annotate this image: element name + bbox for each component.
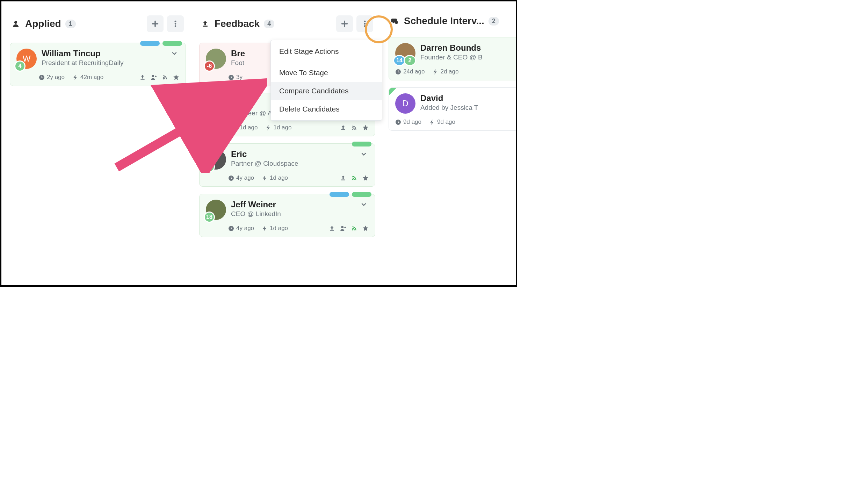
chevron-down-icon[interactable] xyxy=(171,49,179,57)
bolt-icon xyxy=(429,119,435,125)
chevron-down-icon[interactable] xyxy=(360,200,369,208)
score-badge: -6 xyxy=(204,60,215,72)
column-body: 142Darren BoundsFounder & CEO @ B24d ago… xyxy=(387,37,517,131)
activity-ago: 42m ago xyxy=(72,74,103,81)
avatar: 142 xyxy=(395,43,415,63)
stage-actions-menu: Edit Stage ActionsMove To StageCompare C… xyxy=(270,40,382,121)
time-ago: 11d ago xyxy=(228,124,258,131)
column-schedule: Schedule Interv...2142Darren BoundsFound… xyxy=(387,8,517,285)
person-icon xyxy=(12,20,21,28)
column-header: Schedule Interv...2 xyxy=(387,8,517,37)
column-more-button[interactable] xyxy=(167,15,184,32)
activity-ago: 9d ago xyxy=(429,119,455,126)
column-body: W4William TincupPresident at RecruitingD… xyxy=(8,43,187,86)
candidate-subtitle: Founder & CEO @ B xyxy=(420,53,512,61)
star-icon[interactable] xyxy=(173,74,179,80)
upload-icon[interactable] xyxy=(329,225,335,231)
menu-divider xyxy=(271,62,382,62)
candidate-card[interactable]: 142Darren BoundsFounder & CEO @ B24d ago… xyxy=(389,37,517,80)
score-badge: 2 xyxy=(404,55,416,66)
score-badge: 18 xyxy=(204,212,215,223)
column-title: Feedback xyxy=(215,18,260,29)
column-applied: Applied1W4William TincupPresident at Rec… xyxy=(8,8,187,285)
upload-icon[interactable] xyxy=(340,175,346,181)
candidate-card[interactable]: DDavidAdded by Jessica T9d ago9d ago xyxy=(389,87,517,131)
column-title: Applied xyxy=(25,18,61,29)
menu-item[interactable]: Edit Stage Actions xyxy=(271,42,382,60)
score-badge: 7 xyxy=(204,111,215,122)
bolt-icon xyxy=(265,125,271,131)
candidate-subtitle: CEO @ LinkedIn xyxy=(231,210,355,218)
candidate-name: William Tincup xyxy=(42,49,166,58)
time-ago: 9d ago xyxy=(395,119,421,126)
card-tags xyxy=(352,142,371,146)
time-ago: 4y ago xyxy=(228,174,254,181)
avatar-letter: D xyxy=(395,93,415,114)
clock-icon xyxy=(395,119,401,125)
score-badge: 4 xyxy=(14,60,26,72)
column-count-badge: 2 xyxy=(489,17,499,26)
avatar: W4 xyxy=(16,49,37,69)
time-ago: 3y xyxy=(228,74,243,81)
clock-icon xyxy=(228,74,234,80)
tag-pill xyxy=(162,41,182,46)
candidate-name: Darren Bounds xyxy=(420,43,512,53)
candidate-subtitle: Added by Jessica T xyxy=(420,104,512,112)
candidate-card[interactable]: 6EricPartner @ Cloudspace4y ago1d ago xyxy=(199,143,375,187)
candidate-card[interactable]: 18Jeff WeinerCEO @ LinkedIn4y ago1d ago xyxy=(199,194,375,237)
column-count-badge: 1 xyxy=(65,20,76,28)
column-title: Schedule Interv... xyxy=(404,15,484,27)
menu-item[interactable]: Compare Candidates xyxy=(271,82,382,100)
chat-icon xyxy=(391,17,400,25)
kanban-board-frame: Applied1W4William TincupPresident at Rec… xyxy=(0,0,517,287)
clock-icon xyxy=(228,125,234,131)
upload-icon[interactable] xyxy=(340,124,346,131)
rss-icon[interactable] xyxy=(162,74,168,80)
activity-ago: 1d ago xyxy=(265,124,291,131)
avatar: 18 xyxy=(206,200,226,220)
candidate-name: Jeff Weiner xyxy=(231,200,355,209)
clock-icon xyxy=(39,74,45,80)
activity-ago: 2d ago xyxy=(432,68,458,75)
bolt-icon xyxy=(262,226,268,231)
add-candidate-button[interactable] xyxy=(147,15,164,32)
time-ago: 4y ago xyxy=(228,225,254,232)
add-candidate-button[interactable] xyxy=(336,15,353,32)
menu-item[interactable]: Delete Candidates xyxy=(271,100,382,118)
bolt-icon xyxy=(262,175,268,181)
star-icon[interactable] xyxy=(362,175,369,181)
card-action-icons xyxy=(340,124,369,131)
avatar: J7 xyxy=(206,99,226,119)
card-action-icons xyxy=(340,175,369,181)
candidate-subtitle: Partner @ Cloudspace xyxy=(231,160,355,167)
avatar: D xyxy=(395,93,415,114)
rss-icon[interactable] xyxy=(351,175,357,181)
tag-pill xyxy=(140,41,160,46)
upload-icon[interactable] xyxy=(139,74,146,80)
menu-item[interactable]: Move To Stage xyxy=(271,64,382,82)
add-user-icon[interactable] xyxy=(340,225,346,231)
avatar: 6 xyxy=(206,149,226,170)
add-user-icon[interactable] xyxy=(151,74,157,80)
clock-icon xyxy=(228,175,234,181)
column-header: Applied1 xyxy=(8,8,187,43)
score-badge: 6 xyxy=(204,161,215,172)
avatar: -6 xyxy=(206,49,226,69)
candidate-name: David xyxy=(420,93,512,103)
tag-pill xyxy=(352,142,371,146)
column-header: Feedback4 xyxy=(198,8,377,43)
chevron-down-icon[interactable] xyxy=(360,149,369,158)
time-ago: 24d ago xyxy=(395,68,425,75)
star-icon[interactable] xyxy=(362,225,369,231)
candidate-name: Eric xyxy=(231,149,355,159)
card-tags xyxy=(330,192,371,197)
star-icon[interactable] xyxy=(362,124,369,131)
column-more-button[interactable] xyxy=(356,15,373,32)
bolt-icon xyxy=(432,69,438,75)
tag-pill xyxy=(330,192,349,197)
rss-icon[interactable] xyxy=(351,225,357,231)
candidate-card[interactable]: W4William TincupPresident at RecruitingD… xyxy=(10,43,186,86)
tag-pill xyxy=(352,192,371,197)
rss-icon[interactable] xyxy=(351,124,357,131)
activity-ago: 1d ago xyxy=(262,225,288,232)
